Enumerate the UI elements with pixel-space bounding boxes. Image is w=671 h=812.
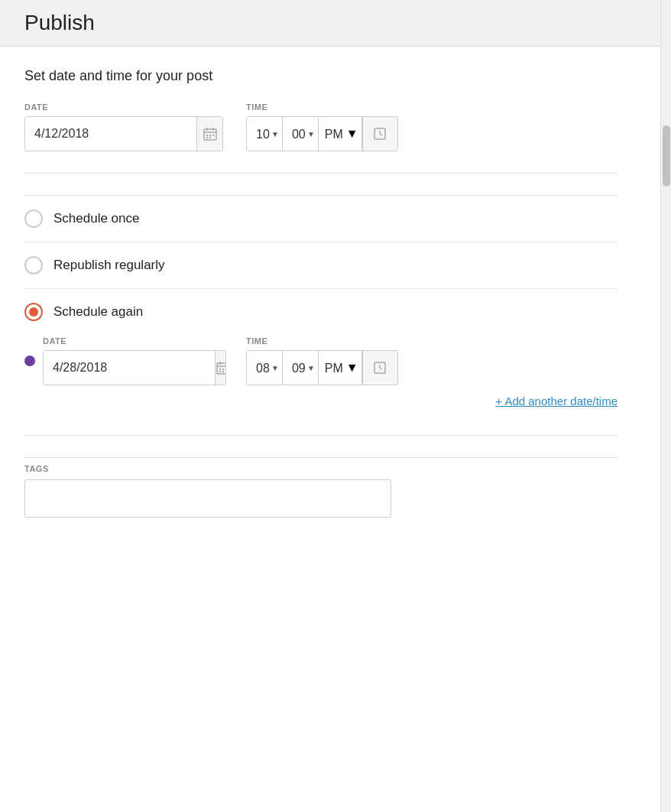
second-hour-select[interactable]: 08 01020304 05060709 101112 [247,351,273,385]
radio-label-schedule-once: Schedule once [53,211,139,226]
first-ampm-wrapper: PM AM ▼ [319,117,361,151]
second-ampm-wrapper: PM AM ▼ [319,351,361,385]
second-date-group: DATE [43,336,226,385]
second-hour-wrapper: 08 01020304 05060709 101112 ▼ [247,351,282,385]
page-title: Publish [24,11,647,35]
svg-rect-18 [225,369,226,370]
schedule-again-dot-row: DATE [24,336,618,385]
svg-rect-17 [222,369,224,370]
second-calendar-button[interactable] [215,351,226,385]
first-minute-wrapper: 00 05101520 25303540 455055 ▼ [283,117,318,151]
second-date-input[interactable] [44,351,215,385]
first-date-group: DATE [24,102,223,151]
svg-rect-16 [219,369,221,370]
svg-line-23 [380,368,382,369]
scrollbar-thumb[interactable] [663,125,670,187]
radio-schedule-once[interactable]: Schedule once [24,196,618,242]
svg-rect-6 [212,135,214,136]
svg-rect-19 [219,371,221,372]
svg-rect-8 [209,137,211,138]
second-date-input-wrapper [43,350,226,385]
header: Publish [0,0,671,47]
add-datetime-link[interactable]: + Add another date/time [24,395,618,408]
scrollbar-track [660,0,671,812]
svg-line-11 [380,134,382,135]
second-clock-button[interactable] [362,351,397,385]
radio-schedule-again[interactable]: Schedule again [24,289,618,324]
first-calendar-button[interactable] [196,117,222,151]
calendar-icon [203,126,218,141]
radio-label-schedule-again: Schedule again [53,304,143,320]
divider-1 [24,173,618,174]
page-container: Publish Set date and time for your post … [0,0,671,812]
svg-rect-7 [206,137,208,138]
radio-circle-schedule-again [24,303,43,321]
ampm-chevron: ▼ [346,127,358,141]
first-date-input[interactable] [25,117,196,151]
main-content: Set date and time for your post DATE [0,47,642,539]
schedule-again-section: DATE [24,324,618,414]
svg-rect-5 [209,135,211,136]
second-ampm-select[interactable]: PM AM [319,351,346,385]
radio-label-republish-regularly: Republish regularly [53,258,165,273]
radio-circle-republish-regularly [24,256,43,274]
second-minute-select[interactable]: 09 00051015 20253035 40455055 [283,351,309,385]
second-time-input-wrapper: 08 01020304 05060709 101112 ▼ 09 [246,350,398,385]
purple-dot [24,356,35,366]
svg-rect-4 [206,135,208,136]
svg-rect-12 [217,363,226,374]
clock-icon [373,127,387,141]
second-ampm-chevron: ▼ [346,361,358,375]
first-ampm-select[interactable]: PM AM [319,117,346,151]
first-time-input-wrapper: 10 01020304 05060708 091112 ▼ 00 [246,116,398,151]
section-title: Set date and time for your post [24,68,618,84]
set-date-section: Set date and time for your post DATE [24,68,618,151]
svg-rect-20 [222,371,224,372]
first-minute-select[interactable]: 00 05101520 25303540 455055 [283,117,309,151]
first-clock-button[interactable] [362,117,397,151]
clock-icon-2 [373,361,387,375]
calendar-icon-2 [216,360,226,375]
second-time-group: TIME 08 01020304 05060709 101112 ▼ [246,336,398,385]
tags-input[interactable] [24,479,391,518]
first-date-label: DATE [24,102,223,112]
first-date-input-wrapper [24,116,223,151]
first-hour-select[interactable]: 10 01020304 05060708 091112 [247,117,273,151]
second-date-label: DATE [43,336,226,346]
first-time-group: TIME 10 01020304 05060708 091112 ▼ [246,102,398,151]
first-hour-wrapper: 10 01020304 05060708 091112 ▼ [247,117,282,151]
divider-2 [24,435,618,436]
radio-circle-schedule-once [24,209,43,228]
second-minute-wrapper: 09 00051015 20253035 40455055 ▼ [283,351,318,385]
second-time-label: TIME [246,336,398,346]
first-date-time-row: DATE [24,102,618,151]
tags-section: TAGS [24,457,618,518]
first-time-label: TIME [246,102,398,112]
tags-label: TAGS [24,464,618,473]
radio-options-container: Schedule once Republish regularly Schedu… [24,195,618,414]
radio-republish-regularly[interactable]: Republish regularly [24,242,618,289]
